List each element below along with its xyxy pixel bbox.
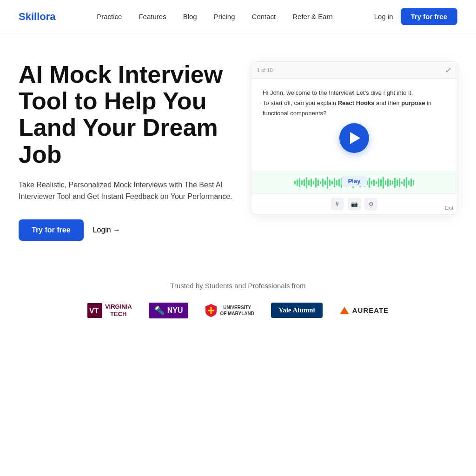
hero-subtitle: Take Realistic, Personalized Mock Interv… bbox=[19, 179, 232, 203]
wave-bar bbox=[304, 179, 305, 186]
wave-bar bbox=[392, 181, 393, 185]
logo-yale: Yale Alumni bbox=[271, 303, 323, 318]
vt-text: VIRGINIATECH bbox=[105, 303, 132, 317]
wave-bar bbox=[408, 180, 410, 185]
nav-contact[interactable]: Contact bbox=[252, 13, 276, 20]
wave-bar bbox=[371, 181, 372, 185]
arrow-icon: → bbox=[113, 226, 120, 234]
wave-bar bbox=[385, 180, 386, 185]
hero-title: AI Mock Interview Tool to Help You Land … bbox=[19, 61, 232, 168]
hero-right: 1 of 10 ⤢ Hi John, welcome to the Interv… bbox=[251, 61, 457, 215]
wave-bar bbox=[383, 177, 384, 189]
umd-label: UNIVERSITYOF MARYLAND bbox=[220, 304, 254, 317]
nav-pricing[interactable]: Pricing bbox=[214, 13, 235, 20]
video-counter: 1 of 10 bbox=[257, 67, 273, 73]
play-label: Play bbox=[342, 176, 367, 186]
hero-actions: Try for free Login → bbox=[19, 219, 232, 241]
hero-login-link[interactable]: Login → bbox=[93, 226, 120, 234]
wave-bar bbox=[413, 180, 414, 185]
yale-label: Yale Alumni bbox=[278, 306, 315, 314]
wave-bar bbox=[306, 177, 307, 188]
interview-q-part2: and their bbox=[374, 99, 401, 106]
nav-links: Practice Features Blog Pricing Contact R… bbox=[97, 13, 333, 20]
video-toolbar: 1 of 10 ⤢ bbox=[251, 62, 457, 79]
aureate-triangle-icon bbox=[339, 306, 350, 315]
wave-bar bbox=[327, 177, 328, 189]
wave-bar bbox=[380, 179, 382, 186]
svg-marker-2 bbox=[340, 307, 349, 314]
nyu-torch-icon: 🔦 bbox=[154, 305, 165, 316]
wave-bar bbox=[399, 178, 400, 187]
video-preview: 1 of 10 ⤢ Hi John, welcome to the Interv… bbox=[251, 61, 457, 215]
video-controls: 🎙 📷 ⚙ bbox=[251, 193, 457, 214]
wave-bar bbox=[301, 180, 303, 185]
wave-bar bbox=[331, 181, 333, 185]
hero-try-free-button[interactable]: Try for free bbox=[19, 219, 84, 241]
wave-bar bbox=[376, 181, 377, 184]
spacer bbox=[0, 337, 476, 458]
wave-bar bbox=[401, 181, 403, 184]
brand-logo[interactable]: Skillora bbox=[19, 11, 55, 23]
wave-bar bbox=[308, 180, 310, 185]
wave-bar bbox=[403, 179, 405, 186]
expand-icon[interactable]: ⤢ bbox=[445, 66, 451, 74]
wave-bar bbox=[410, 178, 412, 187]
wave-bar bbox=[369, 178, 370, 188]
wave-bar bbox=[322, 178, 324, 187]
wave-bar bbox=[311, 178, 312, 187]
nav-refer-earn[interactable]: Refer & Earn bbox=[292, 13, 333, 20]
trusted-section: Trusted by Students and Professionals fr… bbox=[0, 259, 476, 337]
nav-login-link[interactable]: Log in bbox=[374, 13, 393, 20]
problem-section-hint: Problem vs Solution bbox=[0, 458, 476, 476]
wave-bar bbox=[320, 181, 321, 184]
wave-bar bbox=[315, 178, 317, 188]
wave-bar bbox=[329, 179, 331, 186]
wave-bar bbox=[390, 180, 391, 185]
wave-bar bbox=[297, 179, 298, 186]
hero-login-label: Login bbox=[93, 226, 111, 234]
play-button[interactable] bbox=[339, 123, 369, 153]
svg-text:VT: VT bbox=[89, 307, 99, 315]
logo-umd: UNIVERSITYOF MARYLAND bbox=[205, 304, 254, 317]
nav-practice[interactable]: Practice bbox=[97, 13, 122, 20]
wave-bar bbox=[299, 178, 300, 187]
wave-bar bbox=[394, 178, 396, 188]
wave-bar bbox=[397, 179, 398, 186]
nav-blog[interactable]: Blog bbox=[183, 13, 197, 20]
wave-bar bbox=[373, 179, 375, 186]
wave-bar bbox=[387, 178, 389, 187]
logos-row: VT VIRGINIATECH 🔦 NYU UNIVERSITYOF MARYL… bbox=[19, 303, 457, 318]
wave-bar bbox=[406, 177, 407, 188]
hero-left: AI Mock Interview Tool to Help You Land … bbox=[19, 61, 232, 241]
interview-bold1: React Hooks bbox=[338, 99, 375, 106]
interview-bold2: purpose bbox=[401, 99, 425, 106]
hero-section: AI Mock Interview Tool to Help You Land … bbox=[0, 33, 476, 259]
nav-right: Log in Try for free bbox=[374, 8, 457, 25]
exit-button[interactable]: Exit bbox=[445, 205, 453, 211]
logo-aureate: AUREATE bbox=[339, 306, 389, 315]
nyu-label: NYU bbox=[167, 306, 183, 315]
aureate-label: AUREATE bbox=[352, 306, 389, 314]
wave-bar bbox=[294, 181, 296, 185]
wave-bar bbox=[313, 181, 314, 185]
wave-bar bbox=[338, 179, 340, 186]
ctrl-mic-icon[interactable]: 🎙 bbox=[331, 198, 344, 211]
interview-q-part1: To start off, can you explain bbox=[263, 99, 338, 106]
wave-bar bbox=[334, 178, 335, 187]
interview-greeting: Hi John, welcome to the Interview! Let's… bbox=[263, 89, 413, 96]
logo-virginia-tech: VT VIRGINIATECH bbox=[87, 303, 132, 318]
nav-try-free-button[interactable]: Try for free bbox=[401, 8, 457, 25]
logo-nyu: 🔦 NYU bbox=[149, 303, 189, 318]
vt-emblem-icon: VT bbox=[87, 303, 102, 318]
ctrl-settings-icon[interactable]: ⚙ bbox=[364, 198, 377, 211]
wave-bar bbox=[336, 180, 337, 185]
wave-bar bbox=[378, 178, 379, 187]
umd-shield-icon bbox=[205, 304, 217, 317]
trusted-text: Trusted by Students and Professionals fr… bbox=[19, 282, 457, 290]
interview-text: Hi John, welcome to the Interview! Let's… bbox=[263, 88, 446, 119]
wave-bar bbox=[324, 180, 326, 185]
wave-bar bbox=[317, 179, 319, 186]
nav-features[interactable]: Features bbox=[139, 13, 166, 20]
ctrl-camera-icon[interactable]: 📷 bbox=[348, 198, 361, 211]
